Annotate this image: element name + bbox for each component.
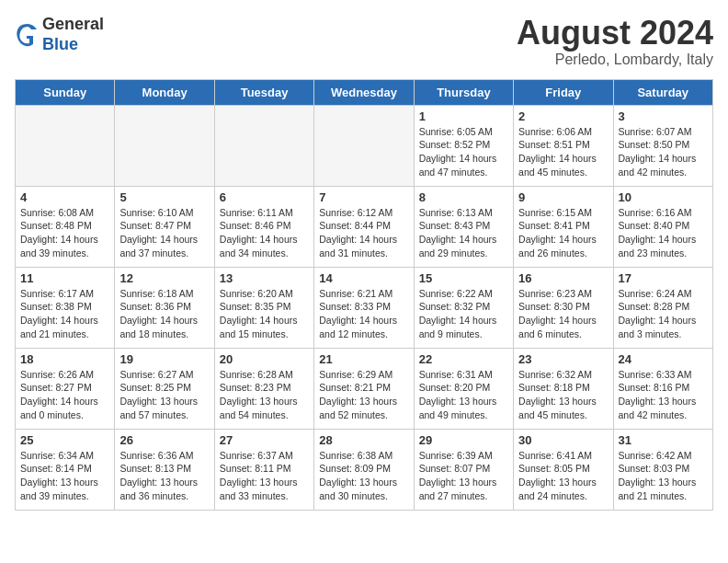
week-row-5: 25Sunrise: 6:34 AM Sunset: 8:14 PM Dayli… xyxy=(16,429,713,510)
day-info: Sunrise: 6:22 AM Sunset: 8:32 PM Dayligh… xyxy=(419,287,508,341)
logo-blue: Blue xyxy=(42,35,78,53)
day-info: Sunrise: 6:29 AM Sunset: 8:21 PM Dayligh… xyxy=(319,368,408,422)
page-header: General Blue August 2024 Perledo, Lombar… xyxy=(15,15,713,68)
day-info: Sunrise: 6:34 AM Sunset: 8:14 PM Dayligh… xyxy=(20,449,109,503)
day-number: 23 xyxy=(518,352,608,366)
week-row-3: 11Sunrise: 6:17 AM Sunset: 8:38 PM Dayli… xyxy=(16,267,713,348)
day-info: Sunrise: 6:10 AM Sunset: 8:47 PM Dayligh… xyxy=(119,206,209,260)
day-number: 29 xyxy=(419,433,508,447)
day-number: 1 xyxy=(419,109,508,123)
day-number: 21 xyxy=(319,352,408,366)
day-cell: 29Sunrise: 6:39 AM Sunset: 8:07 PM Dayli… xyxy=(414,429,513,510)
day-cell: 6Sunrise: 6:11 AM Sunset: 8:46 PM Daylig… xyxy=(214,186,313,267)
day-info: Sunrise: 6:06 AM Sunset: 8:51 PM Dayligh… xyxy=(518,125,608,179)
weekday-header-thursday: Thursday xyxy=(414,79,513,105)
day-info: Sunrise: 6:26 AM Sunset: 8:27 PM Dayligh… xyxy=(20,368,109,422)
week-row-1: 1Sunrise: 6:05 AM Sunset: 8:52 PM Daylig… xyxy=(16,105,713,186)
calendar-table: SundayMondayTuesdayWednesdayThursdayFrid… xyxy=(15,79,713,511)
day-cell: 27Sunrise: 6:37 AM Sunset: 8:11 PM Dayli… xyxy=(214,429,313,510)
weekday-header-row: SundayMondayTuesdayWednesdayThursdayFrid… xyxy=(16,79,713,105)
logo: General Blue xyxy=(15,15,104,54)
day-number: 10 xyxy=(619,190,708,204)
day-info: Sunrise: 6:33 AM Sunset: 8:16 PM Dayligh… xyxy=(619,368,708,422)
day-cell: 5Sunrise: 6:10 AM Sunset: 8:47 PM Daylig… xyxy=(115,186,214,267)
day-number: 30 xyxy=(518,433,608,447)
day-number: 28 xyxy=(319,433,408,447)
day-number: 15 xyxy=(419,271,508,285)
day-number: 31 xyxy=(619,433,708,447)
day-info: Sunrise: 6:12 AM Sunset: 8:44 PM Dayligh… xyxy=(319,206,408,260)
day-cell: 10Sunrise: 6:16 AM Sunset: 8:40 PM Dayli… xyxy=(613,186,712,267)
day-info: Sunrise: 6:31 AM Sunset: 8:20 PM Dayligh… xyxy=(419,368,508,422)
day-cell xyxy=(214,105,313,186)
day-cell: 3Sunrise: 6:07 AM Sunset: 8:50 PM Daylig… xyxy=(613,105,712,186)
day-info: Sunrise: 6:36 AM Sunset: 8:13 PM Dayligh… xyxy=(119,449,209,503)
title-block: August 2024 Perledo, Lombardy, Italy xyxy=(517,15,713,68)
day-cell: 23Sunrise: 6:32 AM Sunset: 8:18 PM Dayli… xyxy=(514,348,613,429)
logo-general: General xyxy=(42,15,104,33)
day-info: Sunrise: 6:13 AM Sunset: 8:43 PM Dayligh… xyxy=(419,206,508,260)
day-number: 5 xyxy=(119,190,209,204)
logo-icon xyxy=(15,22,40,48)
day-cell: 20Sunrise: 6:28 AM Sunset: 8:23 PM Dayli… xyxy=(214,348,313,429)
day-cell: 22Sunrise: 6:31 AM Sunset: 8:20 PM Dayli… xyxy=(414,348,513,429)
day-info: Sunrise: 6:23 AM Sunset: 8:30 PM Dayligh… xyxy=(518,287,608,341)
day-info: Sunrise: 6:07 AM Sunset: 8:50 PM Dayligh… xyxy=(619,125,708,179)
day-cell xyxy=(115,105,214,186)
day-number: 4 xyxy=(20,190,109,204)
day-info: Sunrise: 6:37 AM Sunset: 8:11 PM Dayligh… xyxy=(220,449,309,503)
day-cell: 11Sunrise: 6:17 AM Sunset: 8:38 PM Dayli… xyxy=(16,267,115,348)
day-cell: 1Sunrise: 6:05 AM Sunset: 8:52 PM Daylig… xyxy=(414,105,513,186)
day-cell: 31Sunrise: 6:42 AM Sunset: 8:03 PM Dayli… xyxy=(613,429,712,510)
day-number: 16 xyxy=(518,271,608,285)
day-info: Sunrise: 6:28 AM Sunset: 8:23 PM Dayligh… xyxy=(220,368,309,422)
day-info: Sunrise: 6:08 AM Sunset: 8:48 PM Dayligh… xyxy=(20,206,109,260)
day-number: 6 xyxy=(220,190,309,204)
day-number: 9 xyxy=(518,190,608,204)
day-info: Sunrise: 6:20 AM Sunset: 8:35 PM Dayligh… xyxy=(220,287,309,341)
day-cell: 8Sunrise: 6:13 AM Sunset: 8:43 PM Daylig… xyxy=(414,186,513,267)
day-cell xyxy=(314,105,414,186)
weekday-header-sunday: Sunday xyxy=(16,79,115,105)
day-cell: 28Sunrise: 6:38 AM Sunset: 8:09 PM Dayli… xyxy=(314,429,414,510)
day-cell: 7Sunrise: 6:12 AM Sunset: 8:44 PM Daylig… xyxy=(314,186,414,267)
day-info: Sunrise: 6:11 AM Sunset: 8:46 PM Dayligh… xyxy=(220,206,309,260)
day-info: Sunrise: 6:16 AM Sunset: 8:40 PM Dayligh… xyxy=(619,206,708,260)
day-info: Sunrise: 6:32 AM Sunset: 8:18 PM Dayligh… xyxy=(518,368,608,422)
day-info: Sunrise: 6:21 AM Sunset: 8:33 PM Dayligh… xyxy=(319,287,408,341)
day-number: 11 xyxy=(20,271,109,285)
day-cell: 25Sunrise: 6:34 AM Sunset: 8:14 PM Dayli… xyxy=(16,429,115,510)
day-cell: 2Sunrise: 6:06 AM Sunset: 8:51 PM Daylig… xyxy=(514,105,613,186)
day-cell xyxy=(16,105,115,186)
day-number: 26 xyxy=(119,433,209,447)
day-number: 17 xyxy=(619,271,708,285)
day-cell: 9Sunrise: 6:15 AM Sunset: 8:41 PM Daylig… xyxy=(514,186,613,267)
day-number: 3 xyxy=(619,109,708,123)
day-info: Sunrise: 6:24 AM Sunset: 8:28 PM Dayligh… xyxy=(619,287,708,341)
weekday-header-tuesday: Tuesday xyxy=(214,79,313,105)
day-number: 13 xyxy=(220,271,309,285)
day-cell: 21Sunrise: 6:29 AM Sunset: 8:21 PM Dayli… xyxy=(314,348,414,429)
day-cell: 17Sunrise: 6:24 AM Sunset: 8:28 PM Dayli… xyxy=(613,267,712,348)
day-info: Sunrise: 6:38 AM Sunset: 8:09 PM Dayligh… xyxy=(319,449,408,503)
weekday-header-friday: Friday xyxy=(514,79,613,105)
day-number: 18 xyxy=(20,352,109,366)
day-number: 22 xyxy=(419,352,508,366)
day-number: 14 xyxy=(319,271,408,285)
weekday-header-saturday: Saturday xyxy=(613,79,712,105)
day-info: Sunrise: 6:17 AM Sunset: 8:38 PM Dayligh… xyxy=(20,287,109,341)
day-number: 24 xyxy=(619,352,708,366)
weekday-header-monday: Monday xyxy=(115,79,214,105)
week-row-4: 18Sunrise: 6:26 AM Sunset: 8:27 PM Dayli… xyxy=(16,348,713,429)
day-cell: 24Sunrise: 6:33 AM Sunset: 8:16 PM Dayli… xyxy=(613,348,712,429)
month-year-title: August 2024 xyxy=(517,15,713,52)
day-number: 12 xyxy=(119,271,209,285)
day-cell: 26Sunrise: 6:36 AM Sunset: 8:13 PM Dayli… xyxy=(115,429,214,510)
day-number: 2 xyxy=(518,109,608,123)
day-cell: 16Sunrise: 6:23 AM Sunset: 8:30 PM Dayli… xyxy=(514,267,613,348)
day-cell: 19Sunrise: 6:27 AM Sunset: 8:25 PM Dayli… xyxy=(115,348,214,429)
day-info: Sunrise: 6:05 AM Sunset: 8:52 PM Dayligh… xyxy=(419,125,508,179)
day-info: Sunrise: 6:39 AM Sunset: 8:07 PM Dayligh… xyxy=(419,449,508,503)
day-cell: 18Sunrise: 6:26 AM Sunset: 8:27 PM Dayli… xyxy=(16,348,115,429)
day-info: Sunrise: 6:15 AM Sunset: 8:41 PM Dayligh… xyxy=(518,206,608,260)
